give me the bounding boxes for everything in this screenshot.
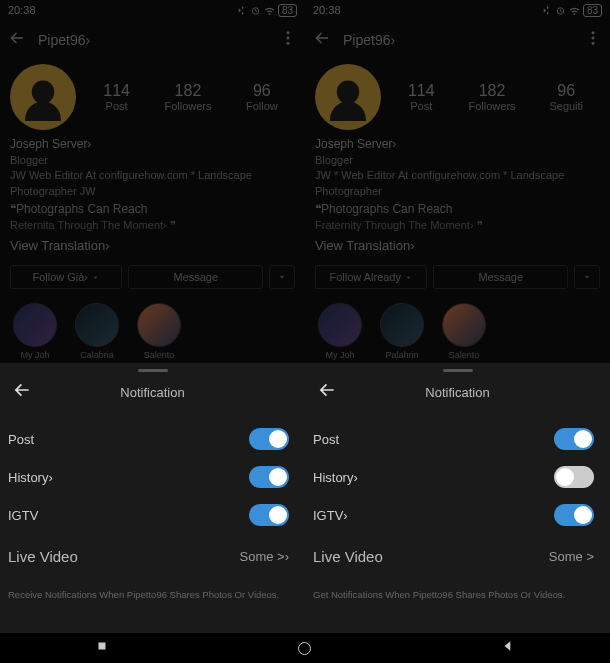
story-highlight[interactable]: My Joh: [10, 303, 60, 360]
nav-home-icon[interactable]: [298, 642, 311, 655]
back-icon[interactable]: [8, 29, 26, 51]
topbar: Pipet96›: [0, 20, 305, 60]
alarm-icon: [250, 5, 261, 16]
toggle-igtv: IGTV›: [305, 496, 610, 534]
svg-point-7: [592, 42, 595, 45]
bio-sub: Reternita Through The Moment› ❞: [10, 218, 295, 233]
bio-role: Blogger: [10, 153, 295, 168]
statusbar-time: 20:38: [313, 4, 341, 16]
bio-name: Joseph Server›: [315, 136, 600, 153]
notification-sheet: Notification Post History› IGTV Live Vid…: [0, 363, 305, 633]
statusbar-icons: 83: [236, 4, 297, 17]
toggle-history-switch[interactable]: [249, 466, 289, 488]
story-highlight[interactable]: Salento: [134, 303, 184, 360]
story-highlight[interactable]: Salento: [439, 303, 489, 360]
toggle-igtv-switch[interactable]: [249, 504, 289, 526]
story-highlight[interactable]: My Joh: [315, 303, 365, 360]
toggle-history: History›: [305, 458, 610, 496]
svg-rect-8: [98, 643, 105, 650]
follow-button[interactable]: Follow Already: [315, 265, 427, 289]
stat-following[interactable]: 96Follow: [246, 82, 278, 112]
view-translation[interactable]: View Translation›: [315, 237, 600, 255]
message-button[interactable]: Message: [128, 265, 263, 289]
statusbar: 20:38 83: [0, 0, 305, 20]
bluetooth-icon: [236, 5, 247, 16]
bio-desc: JW Web Editor At configurehow.com * Land…: [10, 168, 295, 199]
topbar: Pipet96›: [305, 20, 610, 60]
bio-desc: JW * Web Editor At configurehow.com * La…: [315, 168, 600, 199]
live-video-row[interactable]: Live Video Some >›: [0, 534, 305, 579]
profile-username: Pipet96›: [38, 32, 90, 48]
menu-icon[interactable]: [584, 29, 602, 51]
similar-button[interactable]: [574, 265, 600, 289]
stat-following[interactable]: 96Seguiti: [549, 82, 583, 112]
avatar[interactable]: [315, 64, 381, 130]
bio-role: Blogger: [315, 153, 600, 168]
nav-back-icon[interactable]: [501, 639, 515, 657]
toggle-igtv-switch[interactable]: [554, 504, 594, 526]
screen-left: 20:38 83 Pipet96› 114Post 182Followers 9…: [0, 0, 305, 633]
statusbar-time: 20:38: [8, 4, 36, 16]
sheet-note: Get Notifications When Pipetto96 Shares …: [305, 579, 610, 610]
bio-sub: Fraternity Through The Moment› ❞: [315, 218, 600, 233]
bio: Joseph Server› Blogger JW Web Editor At …: [0, 136, 305, 255]
profile-username: Pipet96›: [343, 32, 395, 48]
sheet-note: Receive Notifications When Pipetto96 Sha…: [0, 579, 305, 610]
stat-followers[interactable]: 182Followers: [164, 82, 211, 112]
bluetooth-icon: [541, 5, 552, 16]
follow-button[interactable]: Follow Già›: [10, 265, 122, 289]
svg-point-5: [592, 31, 595, 34]
bio-tagline: ❝Photographs Can Reach: [10, 201, 295, 218]
stories-row: My Joh Calabria Salento: [0, 295, 305, 368]
screen-right: 20:38 83 Pipet96› 114Post 182Followers 9…: [305, 0, 610, 633]
bio-tagline: ❝Photographs Can Reach: [315, 201, 600, 218]
sheet-title: Notification: [317, 385, 598, 400]
sheet-title: Notification: [12, 385, 293, 400]
bio: Joseph Server› Blogger JW * Web Editor A…: [305, 136, 610, 255]
svg-point-2: [287, 37, 290, 40]
stat-posts[interactable]: 114Post: [103, 82, 130, 112]
stories-row: My Joh Palahrin Salento: [305, 295, 610, 368]
avatar[interactable]: [10, 64, 76, 130]
toggle-post: Post: [0, 420, 305, 458]
statusbar-icons: 83: [541, 4, 602, 17]
stat-posts[interactable]: 114Post: [408, 82, 435, 112]
back-icon[interactable]: [313, 29, 331, 51]
toggle-igtv: IGTV: [0, 496, 305, 534]
svg-point-6: [592, 37, 595, 40]
toggle-post: Post: [305, 420, 610, 458]
alarm-icon: [555, 5, 566, 16]
view-translation[interactable]: View Translation›: [10, 237, 295, 255]
bio-name: Joseph Server›: [10, 136, 295, 153]
android-navbar: [0, 633, 610, 663]
wifi-icon: [569, 5, 580, 16]
story-highlight[interactable]: Calabria: [72, 303, 122, 360]
statusbar: 20:38 83: [305, 0, 610, 20]
toggle-history: History›: [0, 458, 305, 496]
story-highlight[interactable]: Palahrin: [377, 303, 427, 360]
message-button[interactable]: Message: [433, 265, 568, 289]
menu-icon[interactable]: [279, 29, 297, 51]
notification-sheet: Notification Post History› IGTV› Live Vi…: [305, 363, 610, 633]
toggle-post-switch[interactable]: [249, 428, 289, 450]
live-video-row[interactable]: Live Video Some >: [305, 534, 610, 579]
nav-recent-icon[interactable]: [95, 639, 109, 657]
toggle-history-switch[interactable]: [554, 466, 594, 488]
wifi-icon: [264, 5, 275, 16]
similar-button[interactable]: [269, 265, 295, 289]
stat-followers[interactable]: 182Followers: [468, 82, 515, 112]
toggle-post-switch[interactable]: [554, 428, 594, 450]
svg-point-3: [287, 42, 290, 45]
svg-point-1: [287, 31, 290, 34]
